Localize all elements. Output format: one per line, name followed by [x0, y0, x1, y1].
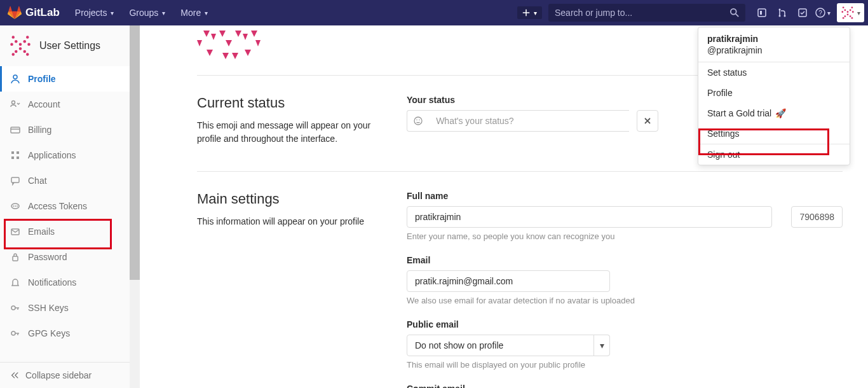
dropdown-set-status[interactable]: Set status	[698, 62, 850, 83]
search-box[interactable]	[548, 4, 745, 22]
svg-point-34	[13, 75, 17, 79]
svg-rect-3	[760, 11, 762, 15]
sidebar-item-gpg-keys[interactable]: GPG Keys	[0, 321, 139, 346]
svg-point-18	[844, 15, 846, 17]
emoji-picker-button[interactable]	[407, 110, 428, 132]
token-icon	[10, 201, 20, 211]
dropdown-user-name: pratikrajmin	[707, 34, 841, 44]
todos-icon[interactable]	[792, 0, 813, 25]
sidebar-item-label: Chat	[28, 176, 47, 186]
svg-marker-54	[251, 31, 257, 37]
svg-point-64	[414, 117, 422, 125]
sidebar-item-profile[interactable]: Profile	[0, 66, 139, 92]
dropdown-sign-out[interactable]: Sign out	[698, 144, 850, 165]
search-input[interactable]	[555, 8, 730, 18]
sidebar-item-ssh-keys[interactable]: SSH Keys	[0, 295, 139, 321]
nav-projects[interactable]: Projects▾	[67, 0, 122, 25]
brand-text: GitLab	[25, 6, 60, 19]
sidebar-scrollbar[interactable]	[130, 25, 140, 388]
svg-point-4	[779, 9, 781, 11]
svg-point-26	[15, 40, 18, 43]
divider	[197, 171, 843, 172]
user-id-display: 7906898	[791, 206, 843, 228]
svg-point-12	[841, 11, 843, 13]
issues-icon[interactable]	[752, 0, 772, 25]
status-heading: Current status	[197, 95, 388, 111]
key-icon	[10, 303, 20, 313]
svg-point-45	[15, 205, 16, 207]
fullname-input[interactable]	[407, 206, 772, 228]
user-dropdown: pratikrajmin @pratikrajmin Set status Pr…	[698, 27, 850, 165]
svg-point-0	[731, 9, 736, 15]
email-input[interactable]	[407, 270, 610, 292]
applications-icon	[10, 150, 20, 160]
svg-rect-42	[11, 177, 19, 183]
svg-point-27	[24, 40, 27, 43]
section-main-settings: Main settings This information will appe…	[197, 191, 843, 388]
gitlab-icon	[8, 6, 22, 20]
top-nav: GitLab Projects▾ Groups▾ More▾ ▾ ?▾ ▾	[0, 0, 868, 25]
svg-point-20	[843, 17, 844, 19]
profile-icon	[10, 74, 20, 84]
dropdown-settings[interactable]: Settings	[698, 123, 850, 144]
sidebar-item-account[interactable]: Account	[0, 92, 139, 117]
sidebar-title: User Settings	[39, 40, 100, 52]
sidebar-item-password[interactable]: Password	[0, 244, 139, 270]
large-avatar-icon	[197, 31, 261, 62]
status-input[interactable]	[428, 110, 629, 132]
dropdown-profile[interactable]: Profile	[698, 83, 850, 103]
nav-groups[interactable]: Groups▾	[121, 0, 173, 25]
sidebar-item-access-tokens[interactable]: Access Tokens	[0, 193, 139, 219]
rocket-icon: 🚀	[775, 108, 786, 118]
chevron-down-icon[interactable]: ▾	[593, 335, 610, 356]
svg-point-33	[26, 53, 29, 56]
fullname-label: Full name	[407, 191, 772, 201]
close-icon	[644, 117, 651, 125]
sidebar: User Settings Profile Account Billing Ap…	[0, 25, 140, 388]
new-menu[interactable]: ▾	[517, 6, 542, 19]
svg-point-46	[17, 205, 18, 207]
svg-point-31	[24, 50, 27, 53]
billing-icon	[10, 125, 20, 135]
dropdown-user-handle: @pratikrajmin	[707, 45, 841, 55]
sidebar-item-label: Password	[28, 252, 67, 262]
svg-marker-52	[219, 31, 226, 37]
search-icon	[730, 8, 739, 17]
svg-point-15	[850, 10, 851, 11]
brand-logo[interactable]: GitLab	[0, 6, 67, 20]
sidebar-item-billing[interactable]: Billing	[0, 117, 139, 142]
clear-status-button[interactable]	[637, 110, 658, 132]
svg-point-17	[847, 13, 849, 15]
public-email-help: This email will be displayed on your pub…	[407, 360, 843, 370]
svg-point-13	[852, 11, 854, 13]
svg-point-30	[15, 50, 18, 53]
lock-icon	[10, 252, 20, 262]
sidebar-item-emails[interactable]: Emails	[0, 219, 139, 244]
merge-requests-icon[interactable]	[772, 0, 792, 25]
sidebar-item-applications[interactable]: Applications	[0, 142, 139, 168]
sidebar-item-label: GPG Keys	[28, 328, 70, 338]
sidebar-item-label: Access Tokens	[28, 201, 87, 211]
sidebar-item-notifications[interactable]: Notifications	[0, 270, 139, 295]
svg-rect-41	[17, 156, 19, 159]
collapse-sidebar[interactable]: Collapse sidebar	[0, 362, 139, 388]
help-icon[interactable]: ?▾	[813, 0, 833, 25]
nav-more[interactable]: More▾	[173, 0, 215, 25]
public-email-select[interactable]: Do not show on profile	[407, 335, 610, 356]
user-menu-button[interactable]: ▾	[837, 3, 864, 22]
svg-marker-58	[255, 40, 261, 46]
svg-marker-63	[232, 53, 238, 59]
sidebar-header: User Settings	[0, 25, 139, 66]
fullname-help: Enter your name, so people you know can …	[407, 232, 772, 241]
sidebar-item-label: Notifications	[28, 277, 76, 288]
svg-point-6	[784, 15, 786, 17]
svg-point-14	[844, 10, 846, 11]
sidebar-item-chat[interactable]: Chat	[0, 168, 139, 193]
svg-marker-55	[211, 34, 216, 40]
dropdown-gold-trial[interactable]: Start a Gold trial🚀	[698, 103, 850, 123]
sidebar-item-label: Emails	[28, 226, 55, 237]
account-icon	[10, 99, 20, 109]
svg-point-5	[779, 15, 781, 17]
svg-rect-38	[11, 151, 14, 154]
svg-rect-39	[17, 151, 19, 154]
